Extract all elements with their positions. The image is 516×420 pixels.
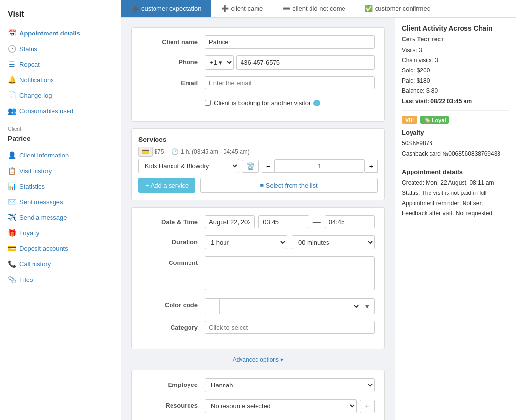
duration-hours-select[interactable]: 1 hour [205, 235, 287, 249]
color-code-label: Color code [141, 298, 205, 309]
person-icon: 👤 [8, 151, 16, 159]
sidebar-item-change-log[interactable]: 📄 Change log [0, 88, 121, 103]
sidebar-item-label: Deposit accounts [19, 245, 68, 252]
last-visit: Last visit: 08/22 03:45 am [402, 97, 509, 105]
sidebar-item-label: Appointment details [19, 30, 80, 37]
client-name: Patrice [0, 134, 121, 147]
booking-another-row: Client is booking for another visitor i [141, 96, 375, 106]
category-row: Category [141, 321, 375, 334]
sidebar-item-call-history[interactable]: 📞 Call history [0, 256, 121, 272]
email-input[interactable] [205, 76, 375, 89]
info-icon[interactable]: i [313, 100, 320, 106]
tab-icon: ➕ [221, 5, 229, 12]
resources-add-button[interactable]: + [360, 400, 375, 413]
qty-input[interactable] [275, 159, 365, 173]
tab-icon: ✅ [365, 5, 373, 12]
bell-icon: 🔔 [8, 76, 16, 84]
phone-row: Phone +1 ▾ [141, 55, 375, 70]
comment-row: Comment [141, 256, 375, 292]
sidebar-item-deposit-accounts[interactable]: 💳 Deposit accounts [0, 241, 121, 256]
tab-label: customer confirmed [375, 5, 430, 12]
qty-control: − + [262, 159, 378, 173]
color-select[interactable] [220, 300, 360, 313]
sidebar-item-label: Send a message [19, 214, 67, 221]
date-input[interactable] [205, 215, 255, 228]
card-icon: 💳 [8, 245, 16, 252]
send-icon: ✈️ [8, 213, 16, 221]
form-area: Client name Phone +1 ▾ [121, 18, 395, 420]
right-panel-title: Client Activity Across Chain [402, 24, 509, 32]
main-content: ➕ customer expectation ➕ client came ➖ c… [121, 0, 516, 420]
duration-minutes-select[interactable]: 00 minutes [292, 235, 375, 249]
sidebar-item-label: Consumables used [19, 107, 73, 115]
tab-customer-confirmed[interactable]: ✅ customer confirmed [355, 0, 440, 17]
select-list-label: ≡ Select from the list [260, 182, 318, 189]
qty-decrease-button[interactable]: − [262, 160, 275, 173]
chain-visits-count: Chain visits: 3 [402, 56, 509, 65]
qty-increase-button[interactable]: + [365, 160, 378, 173]
tab-label: client came [231, 5, 263, 12]
client-name-input[interactable] [205, 35, 375, 49]
chain-name: Сеть Тест тест [402, 36, 509, 43]
repeat-icon: ☰ [8, 60, 16, 68]
delete-service-button[interactable]: 🗑️ [242, 160, 259, 173]
category-control [205, 321, 375, 334]
advanced-options-toggle[interactable]: Advanced options ▾ [233, 356, 284, 363]
services-title: Services [138, 136, 167, 143]
phone-input[interactable] [236, 55, 375, 70]
sidebar-title: Visit [0, 5, 121, 25]
phone-prefix-select[interactable]: +1 ▾ [205, 55, 234, 70]
duration-row: Duration 1 hour 00 minutes [141, 235, 375, 249]
email-label: Email [141, 76, 205, 87]
time-end-input[interactable] [325, 215, 375, 228]
paid-amount: Paid: $180 [402, 76, 509, 85]
sidebar-item-visit-history[interactable]: 📋 Visit history [0, 163, 121, 178]
right-panel: Client Activity Across Chain Сеть Тест т… [395, 18, 516, 420]
tab-client-did-not-come[interactable]: ➖ client did not come [273, 0, 355, 17]
sidebar-item-sent-messages[interactable]: ✉️ Sent messages [0, 194, 121, 210]
status-info: Status: The visit is not paid in full [402, 189, 509, 197]
category-input[interactable] [205, 321, 375, 334]
time-start-input[interactable] [258, 215, 309, 228]
sidebar-item-send-message[interactable]: ✈️ Send a message [0, 210, 121, 225]
datetime-label: Date & Time [141, 215, 205, 226]
tab-bar: ➕ customer expectation ➕ client came ➖ c… [121, 0, 516, 18]
users-icon: 👥 [8, 107, 16, 115]
sidebar-item-files[interactable]: 📎 Files [0, 272, 121, 287]
booking-another-checkbox[interactable] [205, 100, 211, 106]
tab-customer-expectation[interactable]: ➕ customer expectation [121, 0, 211, 17]
service-row: Kids Haircut & Blowdry 🗑️ − + [138, 159, 378, 173]
email-icon: ✉️ [8, 198, 16, 206]
services-time: 🕐 1 h. (03:45 am - 04:45 am) [172, 148, 249, 155]
sidebar-item-client-information[interactable]: 👤 Client information [0, 147, 121, 163]
resources-select[interactable]: No resource selected [205, 399, 357, 413]
sidebar-item-repeat[interactable]: ☰ Repeat [0, 56, 121, 72]
document-icon: 📄 [8, 91, 16, 99]
appointment-details-section: Appointment details Created: Mon, 22 Aug… [402, 168, 509, 218]
sidebar-item-label: Call history [19, 261, 51, 268]
sidebar-item-status[interactable]: 🕐 Status [0, 41, 121, 56]
tab-client-came[interactable]: ➕ client came [211, 0, 273, 17]
comment-textarea[interactable] [205, 256, 375, 290]
sidebar-item-loyalty[interactable]: 🎁 Loyalty [0, 225, 121, 241]
color-dropdown-arrow[interactable]: ▼ [360, 301, 374, 312]
calendar-icon: 📅 [8, 29, 16, 37]
services-section: Services 💳 $75 🕐 1 h. (03:45 am - 04:45 … [131, 128, 385, 200]
employee-select[interactable]: Hannah [205, 378, 375, 392]
sidebar-item-appointment-details[interactable]: 📅 Appointment details [0, 25, 121, 41]
booking-another-checkbox-row: Client is booking for another visitor i [205, 99, 375, 106]
add-service-button[interactable]: + Add a service [138, 178, 195, 193]
select-from-list-button[interactable]: ≡ Select from the list [200, 178, 378, 193]
sidebar-item-statistics[interactable]: 📊 Statistics [0, 178, 121, 194]
appointment-details-title: Appointment details [402, 168, 509, 175]
color-code-row: Color code ▼ [141, 298, 375, 314]
loyal-badge: 🏷️ Loyal [420, 116, 449, 124]
visits-count: Visits: 3 [402, 46, 509, 54]
services-header: Services [138, 136, 378, 143]
sidebar-item-label: Repeat [19, 61, 40, 68]
datetime-row: Date & Time — [141, 215, 375, 228]
sidebar-item-consumables[interactable]: 👥 Consumables used [0, 103, 121, 119]
sidebar-item-notifications[interactable]: 🔔 Notifications [0, 72, 121, 88]
add-service-label: + Add a service [145, 182, 189, 189]
service-select[interactable]: Kids Haircut & Blowdry [138, 159, 239, 173]
